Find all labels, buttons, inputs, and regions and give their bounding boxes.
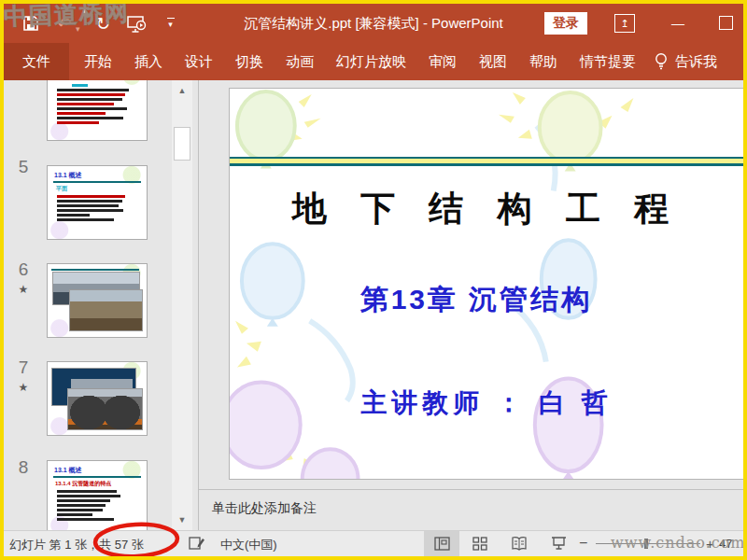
current-slide-canvas[interactable]: 地 下 结 构 工 程 第13章 沉管结构 主讲教师 ： 白 哲 <box>229 88 744 480</box>
thumbnail-4-text-lines <box>57 84 138 124</box>
thumbnail-5-rule <box>53 181 141 183</box>
reading-view-button[interactable] <box>500 531 538 556</box>
tab-insert[interactable]: 插入 <box>123 43 174 80</box>
thumbnail-8-rule <box>53 476 141 478</box>
tab-help[interactable]: 帮助 <box>518 43 569 80</box>
slide-lecturer[interactable]: 主讲教师 ： 白 哲 <box>230 385 743 421</box>
login-button[interactable]: 登录 <box>544 12 587 35</box>
slide-sorter-view-button[interactable] <box>463 531 497 556</box>
thumbnail-6-animation-star-icon: ★ <box>11 283 35 296</box>
thumbnail-slide-5[interactable]: 13.1 概述 平面 <box>47 165 148 240</box>
slide-chapter[interactable]: 第13章 沉管结构 <box>230 281 723 319</box>
slide-editor: 地 下 结 构 工 程 第13章 沉管结构 主讲教师 ： 白 哲 单击此处添加备… <box>198 80 743 530</box>
slide-divider-band <box>230 157 743 166</box>
thumbnail-8-heading: 13.1.4 沉管隧道的特点 <box>55 480 147 488</box>
thumbnail-6-number: 6 <box>11 259 35 280</box>
tab-slideshow[interactable]: 幻灯片放映 <box>325 43 417 80</box>
thumbnail-8-number: 8 <box>11 457 35 478</box>
maximize-button[interactable] <box>719 16 733 30</box>
thumbnail-6-photo-caissons <box>69 289 142 331</box>
ribbon-tab-row: 文件 开始 插入 设计 切换 动画 幻灯片放映 审阅 视图 帮助 情节提要 告诉… <box>4 43 743 80</box>
slide-thumbnail-panel: 5 13.1 概述 平面 6 ★ 7 ★ <box>4 80 198 530</box>
thumbnail-6-rule <box>51 269 138 271</box>
content-area: 5 13.1 概述 平面 6 ★ 7 ★ <box>4 80 743 530</box>
lightbulb-icon <box>653 43 669 80</box>
customize-qat-button[interactable]: ▾ <box>161 13 181 34</box>
tab-review[interactable]: 审阅 <box>417 43 468 80</box>
notes-pane[interactable]: 单击此处添加备注 <box>199 489 743 530</box>
watermark-bottom-right: www.cndao.com <box>611 534 746 552</box>
thumbnail-7-animation-star-icon: ★ <box>11 381 35 394</box>
normal-view-button[interactable] <box>424 531 459 556</box>
language-indicator[interactable]: 中文(中国) <box>220 537 277 553</box>
tab-home[interactable]: 开始 <box>73 43 123 80</box>
tab-design[interactable]: 设计 <box>174 43 224 80</box>
tab-tell-me[interactable]: 告诉我 <box>669 43 728 80</box>
thumbnail-8-title: 13.1 概述 <box>54 466 147 475</box>
powerpoint-window: ↶ ▾ ↻ ▾ 沉管结构讲义.ppt [兼容模式] - PowerPoint 登… <box>0 0 747 560</box>
notes-placeholder[interactable]: 单击此处添加备注 <box>212 500 743 517</box>
minimize-button[interactable]: — <box>665 11 691 35</box>
spell-check-icon[interactable] <box>189 536 205 551</box>
thumbnail-slide-4[interactable] <box>47 80 148 141</box>
tab-transitions[interactable]: 切换 <box>224 43 275 80</box>
thumbnail-5-subtitle: 平面 <box>56 185 147 193</box>
thumbnail-7-photo-tunnel <box>67 388 143 430</box>
thumbnail-5-title: 13.1 概述 <box>54 171 147 180</box>
tab-animations[interactable]: 动画 <box>275 43 325 80</box>
scroll-up-icon[interactable]: ▲ <box>174 82 190 98</box>
slideshow-view-button[interactable] <box>542 531 575 556</box>
zoom-out-button[interactable]: − <box>579 535 587 552</box>
scrollbar-thumb[interactable] <box>174 127 190 161</box>
tab-storyboard[interactable]: 情节提要 <box>569 43 647 80</box>
tab-file[interactable]: 文件 <box>4 43 69 80</box>
ribbon-display-options-icon[interactable]: ↥ <box>614 14 635 33</box>
customize-qat-caret-icon: ▾ <box>168 21 173 29</box>
tab-view[interactable]: 视图 <box>468 43 518 80</box>
thumbnail-scrollbar[interactable]: ▲ ▼ <box>172 80 192 530</box>
red-circle-annotation <box>92 520 181 560</box>
thumbnail-5-text-lines <box>57 195 138 221</box>
thumbnail-7-number: 7 <box>11 357 35 378</box>
thumbnail-slide-6[interactable] <box>47 263 148 338</box>
thumbnail-5-number: 5 <box>11 157 35 177</box>
thumbnail-8-text-lines <box>57 490 138 521</box>
slide-title[interactable]: 地 下 结 构 工 程 <box>230 186 743 232</box>
thumbnail-slide-7[interactable] <box>47 361 148 436</box>
watermark-top-left: 中国道桥网 <box>3 0 130 32</box>
